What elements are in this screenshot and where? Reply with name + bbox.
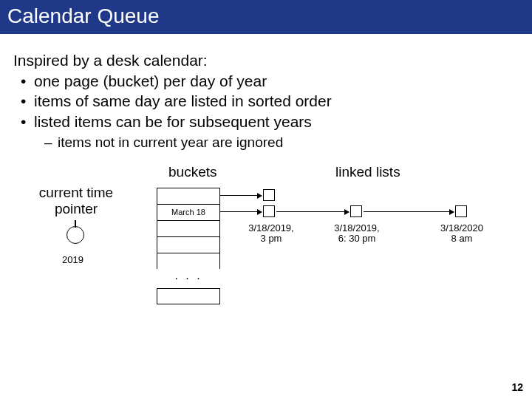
node-label-l2: 3 pm	[261, 233, 282, 244]
bullet-item: items of same day are listed in sorted o…	[21, 91, 519, 111]
slide: Calendar Queue Inspired by a desk calend…	[0, 0, 532, 399]
slide-content: Inspired by a desk calendar: one page (b…	[0, 34, 532, 347]
arrow-icon	[364, 211, 454, 212]
list-node	[455, 205, 467, 217]
arrow-icon	[220, 195, 262, 196]
node-label-l1: 3/18/2019,	[248, 222, 293, 233]
bucket-row	[157, 288, 220, 304]
node-label-l2: 8 am	[451, 233, 473, 244]
linked-lists-label: linked lists	[335, 164, 400, 180]
node-label: 3/18/2019, 3 pm	[245, 223, 297, 245]
list-node	[350, 205, 362, 217]
pointer-year: 2019	[62, 254, 83, 265]
arrow-icon	[220, 211, 262, 212]
bullet-item: listed items can be for subsequent years	[21, 112, 519, 132]
buckets-label: buckets	[168, 164, 216, 180]
bucket-row-march18: March 18	[157, 204, 220, 220]
slide-title: Calendar Queue	[0, 0, 532, 34]
bucket-row	[157, 188, 220, 204]
sub-bullet: items not in current year are ignored	[13, 134, 519, 151]
node-label: 3/18/2019, 6: 30 pm	[331, 223, 383, 245]
bucket-ellipsis: . . .	[157, 269, 220, 288]
arrow-icon	[276, 211, 349, 212]
bullet-item: one page (bucket) per day of year	[21, 71, 519, 91]
node-label-l1: 3/18/2020	[440, 222, 483, 233]
current-time-pointer-label: current time pointer	[28, 185, 124, 217]
bucket-row	[157, 220, 220, 236]
bucket-row	[157, 253, 220, 269]
list-node	[263, 205, 275, 217]
diagram: buckets linked lists current time pointe…	[13, 155, 519, 347]
bucket-column: March 18 . . .	[157, 188, 220, 304]
page-number: 12	[511, 381, 523, 393]
bullet-list: one page (bucket) per day of year items …	[13, 71, 519, 132]
intro-text: Inspired by a desk calendar:	[13, 52, 519, 69]
pointer-circle-icon	[66, 226, 84, 244]
node-label: 3/18/2020 8 am	[436, 223, 488, 245]
bucket-row	[157, 236, 220, 253]
node-label-l2: 6: 30 pm	[338, 233, 376, 244]
list-node	[263, 189, 275, 201]
node-label-l1: 3/18/2019,	[334, 222, 379, 233]
